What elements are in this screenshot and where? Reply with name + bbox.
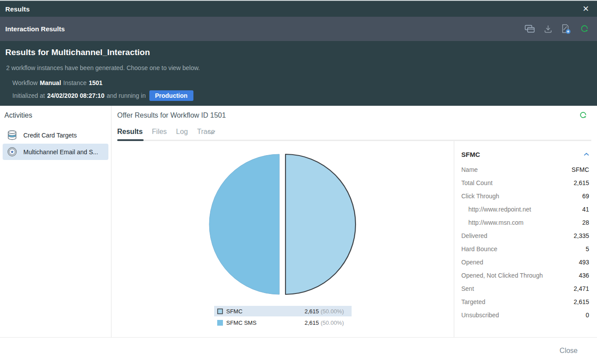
stat-label: Unsubscribed [461, 312, 499, 319]
stat-label: Delivered [461, 232, 487, 239]
legend-label: SFMC SMS [226, 319, 257, 326]
stat-label: Total Count [461, 179, 493, 186]
pie-slice-sfmc[interactable] [286, 154, 356, 294]
stat-row-unsubscribed: Unsubscribed 0 [454, 308, 597, 322]
tab-log[interactable]: Log [176, 128, 188, 140]
svg-text:★: ★ [10, 149, 14, 154]
pie-slice-sfmc-sms[interactable] [209, 154, 279, 294]
toolbar-title: Interaction Results [5, 25, 65, 33]
activities-title: Activities [0, 111, 111, 119]
sidebar-item-multichannel-email[interactable]: ★ Multichannel Email and S... [3, 144, 108, 160]
running-in-label: and running in [107, 92, 146, 99]
refresh-icon[interactable] [579, 111, 587, 119]
legend-value: 2,615 [304, 308, 319, 315]
stat-row-click-through: Click Through 69 [454, 189, 597, 203]
dialog-title: Results [5, 5, 30, 13]
stat-value: 2,471 [574, 285, 589, 292]
stat-row-total-count: Total Count 2,615 [454, 176, 597, 189]
stat-label: Opened [461, 259, 483, 266]
stat-value: 493 [579, 259, 589, 266]
stat-row-targeted: Targeted 2,615 [454, 295, 597, 308]
legend-swatch-sfmc-sms [217, 320, 223, 326]
chevron-up-icon[interactable] [584, 152, 589, 156]
workflow-instances-subtitle: 2 workflow instances have been generated… [6, 64, 592, 71]
stat-value: 41 [582, 206, 589, 213]
dialog-body: Activities Credit Card Targets [0, 106, 597, 337]
stat-row-msn-url: http://www.msn.com 28 [454, 216, 597, 229]
legend-percent: (50.00%) [321, 308, 344, 315]
stat-label: http://www.msn.com [461, 219, 523, 226]
stat-value: 2,615 [574, 298, 589, 305]
target-icon: ★ [7, 146, 18, 157]
stats-header: SFMC [454, 149, 597, 159]
initialized-line: Initialized at 24/02/2020 08:27:10 and r… [12, 90, 592, 101]
dialog-footer: Close [0, 337, 597, 364]
legend-value: 2,615 [304, 319, 319, 326]
legend-row-sfmc-sms[interactable]: SFMC SMS 2,615 (50.00%) [214, 317, 352, 328]
sidebar-item-label: Credit Card Targets [23, 132, 77, 139]
workflow-instance-line: Workflow Manual Instance 1501 [12, 79, 592, 86]
stat-label: Opened, Not Clicked Through [461, 272, 543, 279]
sfmc-stats-panel: SFMC Name SFMC Total Cou [454, 141, 597, 337]
cards-icon[interactable] [525, 25, 535, 33]
pie-chart [208, 153, 358, 297]
workflow-label: Workflow [12, 79, 37, 86]
legend-label: SFMC [226, 308, 243, 315]
stat-row-opened-not-clicked: Opened, Not Clicked Through 436 [454, 269, 597, 282]
stat-row-name: Name SFMC [454, 163, 597, 176]
stat-row-redpoint-url: http://www.redpoint.net 41 [454, 203, 597, 216]
stat-value: 28 [582, 219, 589, 226]
stat-label: Click Through [461, 193, 499, 200]
stat-label: Name [461, 166, 478, 173]
pie-legend: SFMC 2,615 (50.00%) SFMC SMS 2,615 (50.0… [214, 306, 352, 329]
tab-files[interactable]: Files [152, 128, 167, 140]
stat-row-opened: Opened 493 [454, 256, 597, 269]
stat-label: Sent [461, 285, 474, 292]
download-icon[interactable] [544, 25, 553, 33]
stats-rows: Name SFMC Total Count 2,615 Click Throug… [454, 163, 597, 322]
stat-value: 0 [586, 312, 589, 319]
workflow-summary-panel: Results for Multichannel_Interaction 2 w… [0, 41, 597, 106]
results-tabs: Results Files Log Trace [117, 128, 591, 141]
instance-label: Instance [63, 79, 87, 86]
instance-value: 1501 [89, 79, 102, 86]
workflow-value: Manual [40, 79, 61, 86]
close-button[interactable]: Close [560, 347, 578, 355]
legend-row-sfmc[interactable]: SFMC 2,615 (50.00%) [214, 306, 352, 316]
stat-value: 5 [586, 245, 589, 253]
stat-value: SFMC [571, 166, 589, 173]
tab-trace[interactable]: Trace [197, 128, 215, 140]
results-dialog: Results ✕ Interaction Results [0, 0, 597, 364]
database-icon [7, 130, 18, 141]
stat-label: http://www.redpoint.net [461, 206, 531, 213]
tab-results[interactable]: Results [117, 128, 143, 140]
interaction-results-toolbar: Interaction Results [0, 17, 597, 41]
stat-label: Targeted [461, 298, 485, 305]
legend-percent: (50.00%) [321, 319, 344, 326]
file-download-icon[interactable] [561, 24, 571, 34]
offer-results-header: Offer Results for Workflow ID 1501 [111, 111, 597, 119]
initialized-label: Initialized at [12, 92, 45, 99]
offer-results-panel: Offer Results for Workflow ID 1501 Resul… [111, 106, 597, 337]
stat-row-sent: Sent 2,471 [454, 282, 597, 295]
stat-value: 2,615 [574, 179, 589, 186]
results-for-title: Results for Multichannel_Interaction [5, 41, 592, 57]
stat-value: 2,335 [574, 232, 589, 239]
activities-sidebar: Activities Credit Card Targets [0, 106, 111, 337]
initialized-timestamp: 24/02/2020 08:27:10 [47, 92, 104, 99]
stat-value: 436 [579, 272, 589, 279]
sidebar-item-label: Multichannel Email and S... [23, 149, 98, 156]
offer-results-title: Offer Results for Workflow ID 1501 [117, 111, 226, 119]
dialog-titlebar: Results ✕ [0, 0, 597, 17]
stat-row-hard-bounce: Hard Bounce 5 [454, 242, 597, 256]
stat-value: 69 [582, 193, 589, 200]
legend-swatch-sfmc [217, 308, 223, 314]
sidebar-item-credit-card-targets[interactable]: Credit Card Targets [3, 127, 108, 143]
stat-label: Hard Bounce [461, 245, 497, 253]
stat-row-delivered: Delivered 2,335 [454, 229, 597, 242]
toolbar-icons [525, 24, 589, 34]
environment-badge[interactable]: Production [149, 90, 193, 101]
results-content: SFMC 2,615 (50.00%) SFMC SMS 2,615 (50.0… [111, 141, 597, 337]
close-icon[interactable]: ✕ [580, 4, 592, 14]
refresh-icon[interactable] [580, 24, 589, 33]
